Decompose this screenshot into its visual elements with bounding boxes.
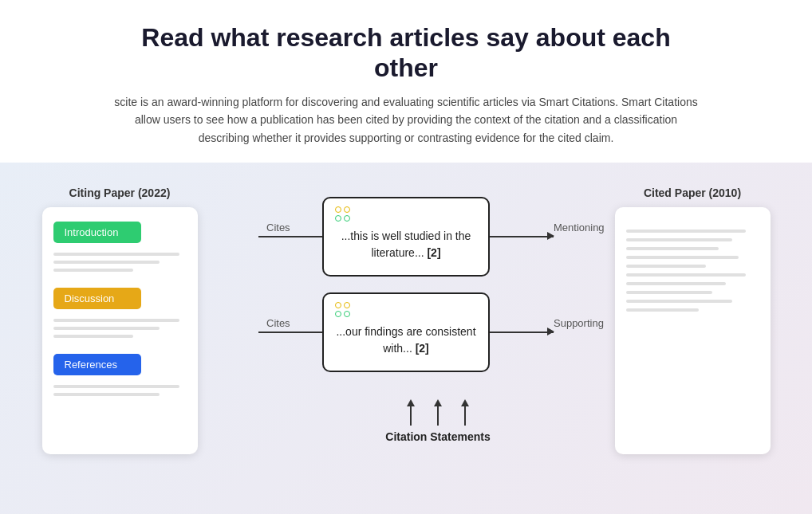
arrow-head	[434, 399, 442, 406]
line	[53, 269, 133, 272]
dot	[335, 311, 341, 317]
up-arrow-2	[434, 399, 442, 426]
left-paper-label: Citing Paper (2022)	[69, 186, 171, 199]
arrow-head	[461, 399, 469, 406]
line	[626, 291, 713, 294]
line	[53, 327, 160, 330]
dot	[344, 302, 350, 308]
arrow-line	[437, 406, 439, 426]
arrow-line	[464, 406, 466, 426]
mentioning-label: Mentioning	[554, 222, 617, 233]
arrow-line	[410, 406, 412, 426]
cites-label-2: Cites	[266, 317, 290, 329]
main-title: Read what research articles say about ea…	[111, 22, 701, 84]
right-connector-1: Mentioning	[490, 236, 554, 237]
intro-lines	[53, 253, 187, 272]
header-section: Read what research articles say about ea…	[47, 0, 765, 163]
citation-rows: Cites	[258, 197, 554, 443]
line	[53, 319, 180, 322]
line	[626, 300, 733, 303]
cites-label-1: Cites	[266, 222, 290, 233]
right-connector-2: Supporting	[490, 332, 554, 333]
line	[626, 230, 746, 233]
left-paper-section: Citing Paper (2022) Introduction Discuss…	[40, 186, 199, 454]
discussion-lines	[53, 319, 187, 338]
right-paper-card	[615, 207, 771, 454]
dot	[335, 215, 341, 222]
diagram-section: Citing Paper (2022) Introduction Discuss…	[0, 163, 812, 514]
line	[626, 308, 700, 312]
line	[626, 282, 726, 285]
citation-row-2: Cites	[258, 292, 554, 372]
tag-introduction: Introduction	[53, 222, 141, 243]
dot	[344, 215, 350, 222]
diagram-inner: Citing Paper (2022) Introduction Discuss…	[32, 186, 780, 454]
citation-arrows-row	[407, 399, 469, 426]
citation-text-1: ...this is well studied in the literatur…	[335, 228, 477, 261]
dot	[335, 206, 341, 213]
arrow-head	[407, 399, 415, 406]
left-connector-1: Cites	[258, 236, 322, 237]
line	[53, 253, 180, 256]
subtitle: scite is an award-winning platform for d…	[111, 93, 701, 147]
line	[626, 247, 719, 250]
citation-icon-row-1	[335, 206, 350, 222]
up-arrow-3	[461, 399, 469, 426]
citation-icon-row-2	[335, 302, 350, 317]
line	[626, 238, 733, 241]
citation-text-2: ...our findings are consistent with... […	[335, 324, 477, 357]
right-blank-lines	[626, 230, 759, 312]
page-wrapper: Read what research articles say about ea…	[0, 0, 812, 514]
citation-statements-label: Citation Statements	[385, 430, 490, 443]
citation-box-2: ...our findings are consistent with... […	[322, 292, 490, 372]
dot	[344, 311, 350, 317]
references-lines	[53, 385, 187, 396]
dot	[344, 206, 350, 213]
left-paper-card: Introduction Discussion	[42, 207, 198, 454]
line	[53, 261, 160, 264]
line	[626, 273, 746, 277]
supporting-label: Supporting	[554, 317, 617, 329]
dot	[335, 302, 341, 308]
up-arrow-1	[407, 399, 415, 426]
line	[53, 335, 133, 338]
citation-arrows-section: Citation Statements	[258, 388, 554, 443]
tag-discussion: Discussion	[53, 288, 141, 309]
citation-box-1: ...this is well studied in the literatur…	[322, 197, 490, 277]
middle-section: Cites	[199, 197, 613, 443]
tag-references: References	[53, 354, 141, 375]
line	[626, 256, 739, 259]
right-paper-label: Cited Paper (2010)	[644, 186, 741, 199]
line	[626, 265, 706, 268]
line	[53, 393, 160, 396]
line	[53, 385, 180, 388]
right-paper-section: Cited Paper (2010)	[613, 186, 772, 454]
citation-row-1: Cites	[258, 197, 554, 277]
left-connector-2: Cites	[258, 332, 322, 333]
